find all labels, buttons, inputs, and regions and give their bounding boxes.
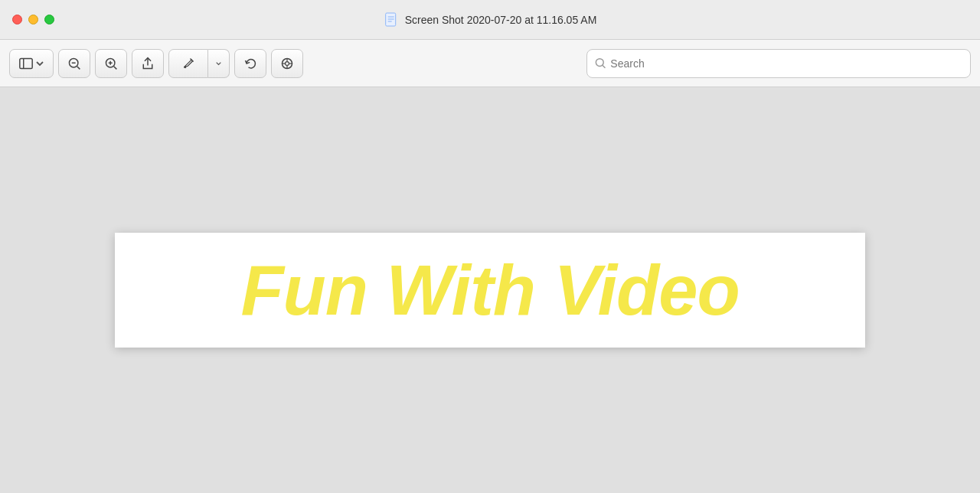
search-box[interactable] <box>586 49 971 78</box>
toolbar <box>0 40 980 87</box>
rotate-button[interactable] <box>234 49 266 78</box>
zoom-out-button[interactable] <box>58 49 90 78</box>
chevron-down-icon <box>36 60 44 67</box>
maximize-button[interactable] <box>44 15 54 24</box>
zoom-in-button[interactable] <box>95 49 127 78</box>
search-icon <box>595 57 606 69</box>
zoom-in-icon <box>104 57 118 70</box>
markup-button[interactable] <box>271 49 303 78</box>
document-icon <box>384 12 399 28</box>
pen-dropdown-button[interactable] <box>208 49 230 78</box>
svg-line-12 <box>114 66 117 69</box>
chevron-down-icon <box>216 60 221 67</box>
window-title: Screen Shot 2020-07-20 at 11.16.05 AM <box>405 14 597 26</box>
window-title-area: Screen Shot 2020-07-20 at 11.16.05 AM <box>384 12 597 28</box>
minimize-button[interactable] <box>28 15 38 24</box>
share-button[interactable] <box>132 49 164 78</box>
undo-icon <box>243 57 257 70</box>
markup-icon <box>280 57 294 70</box>
document-heading: Fun With Video <box>240 255 739 325</box>
share-icon <box>141 57 155 70</box>
svg-rect-4 <box>20 58 32 68</box>
pen-tool-group <box>168 49 230 78</box>
zoom-out-icon <box>67 57 81 70</box>
main-content: Fun With Video <box>0 87 980 493</box>
svg-line-21 <box>603 65 606 68</box>
pen-icon <box>181 57 195 70</box>
document-page: Fun With Video <box>115 233 865 348</box>
pen-tool-button[interactable] <box>168 49 208 78</box>
title-bar: Screen Shot 2020-07-20 at 11.16.05 AM <box>0 0 980 40</box>
svg-line-8 <box>77 66 80 69</box>
search-input[interactable] <box>610 57 962 70</box>
sidebar-toggle-button[interactable] <box>9 49 54 78</box>
svg-point-15 <box>286 61 289 65</box>
svg-point-20 <box>596 59 603 67</box>
close-button[interactable] <box>12 15 22 24</box>
sidebar-icon <box>19 57 33 70</box>
traffic-lights <box>12 15 54 24</box>
